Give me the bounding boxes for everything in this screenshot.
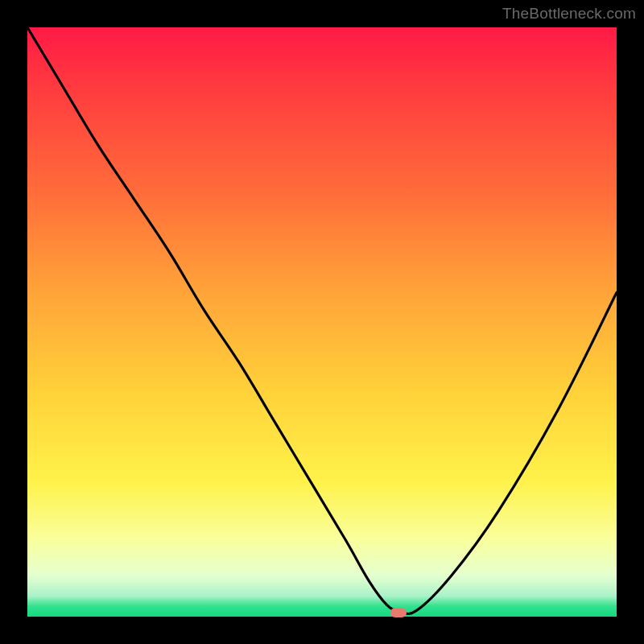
chart-frame: TheBottleneck.com bbox=[0, 0, 644, 644]
watermark-text: TheBottleneck.com bbox=[502, 5, 636, 23]
plot-area bbox=[27, 27, 617, 617]
optimal-point-marker bbox=[390, 608, 407, 617]
bottleneck-curve bbox=[27, 27, 617, 617]
